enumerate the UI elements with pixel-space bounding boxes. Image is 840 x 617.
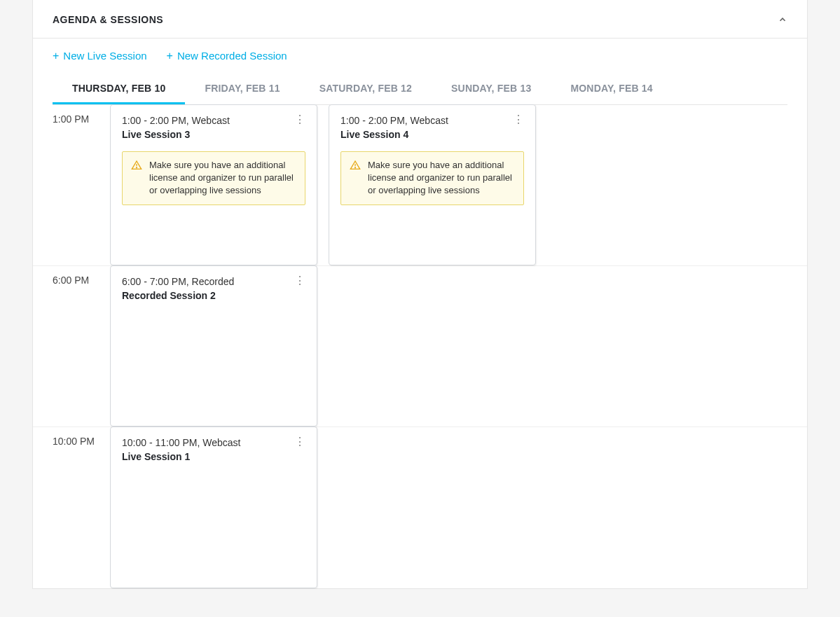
new-recorded-session-label: New Recorded Session xyxy=(177,50,287,62)
session-card[interactable]: ⋮6:00 - 7:00 PM, RecordedRecorded Sessio… xyxy=(110,265,317,427)
time-label: 10:00 PM xyxy=(33,427,110,588)
warning-icon xyxy=(350,160,361,171)
warning-box: Make sure you have an additional license… xyxy=(122,151,305,205)
agenda-panel: AGENDA & SESSIONS + New Live Session + N… xyxy=(32,0,808,589)
session-title: Live Session 1 xyxy=(122,451,305,462)
warning-text: Make sure you have an additional license… xyxy=(149,159,296,197)
time-sessions: ⋮6:00 - 7:00 PM, RecordedRecorded Sessio… xyxy=(110,266,807,427)
panel-title: AGENDA & SESSIONS xyxy=(53,14,163,25)
schedule: 1:00 PM⋮1:00 - 2:00 PM, WebcastLive Sess… xyxy=(33,105,807,588)
tab-date[interactable]: THURSDAY, FEB 10 xyxy=(53,73,185,104)
card-menu-button[interactable]: ⋮ xyxy=(291,276,308,286)
chevron-up-icon xyxy=(778,15,787,25)
tab-date[interactable]: SUNDAY, FEB 13 xyxy=(432,73,551,104)
warning-text: Make sure you have an additional license… xyxy=(368,159,515,197)
card-menu-button[interactable]: ⋮ xyxy=(510,115,527,125)
tab-date[interactable]: FRIDAY, FEB 11 xyxy=(185,73,299,104)
new-live-session-button[interactable]: + New Live Session xyxy=(53,50,147,62)
session-time-label: 1:00 - 2:00 PM, Webcast xyxy=(122,115,305,126)
time-row: 10:00 PM⋮10:00 - 11:00 PM, WebcastLive S… xyxy=(33,427,807,588)
session-title: Live Session 3 xyxy=(122,129,305,140)
time-sessions: ⋮1:00 - 2:00 PM, WebcastLive Session 3Ma… xyxy=(110,105,807,265)
session-card[interactable]: ⋮1:00 - 2:00 PM, WebcastLive Session 4Ma… xyxy=(329,104,536,265)
svg-point-1 xyxy=(136,167,137,168)
session-title: Recorded Session 2 xyxy=(122,290,305,301)
collapse-toggle[interactable] xyxy=(778,15,787,25)
more-vertical-icon: ⋮ xyxy=(513,118,524,122)
more-vertical-icon: ⋮ xyxy=(294,279,305,283)
card-menu-button[interactable]: ⋮ xyxy=(291,437,308,447)
plus-icon: + xyxy=(53,50,59,62)
session-time-label: 1:00 - 2:00 PM, Webcast xyxy=(340,115,524,126)
session-card[interactable]: ⋮10:00 - 11:00 PM, WebcastLive Session 1 xyxy=(110,427,317,588)
session-time-label: 10:00 - 11:00 PM, Webcast xyxy=(122,437,305,448)
session-title: Live Session 4 xyxy=(340,129,524,140)
session-time-label: 6:00 - 7:00 PM, Recorded xyxy=(122,276,305,287)
time-label: 1:00 PM xyxy=(33,105,110,265)
panel-header: AGENDA & SESSIONS xyxy=(33,0,807,39)
tab-date[interactable]: SATURDAY, FEB 12 xyxy=(300,73,432,104)
new-live-session-label: New Live Session xyxy=(63,50,146,62)
more-vertical-icon: ⋮ xyxy=(294,440,305,444)
time-label: 6:00 PM xyxy=(33,266,110,427)
date-tabs: THURSDAY, FEB 10FRIDAY, FEB 11SATURDAY, … xyxy=(53,73,787,105)
time-row: 6:00 PM⋮6:00 - 7:00 PM, RecordedRecorded… xyxy=(33,266,807,427)
warning-box: Make sure you have an additional license… xyxy=(340,151,524,205)
new-recorded-session-button[interactable]: + New Recorded Session xyxy=(167,50,287,62)
session-card[interactable]: ⋮1:00 - 2:00 PM, WebcastLive Session 3Ma… xyxy=(110,104,317,265)
toolbar: + New Live Session + New Recorded Sessio… xyxy=(33,39,807,73)
time-sessions: ⋮10:00 - 11:00 PM, WebcastLive Session 1 xyxy=(110,427,807,588)
time-row: 1:00 PM⋮1:00 - 2:00 PM, WebcastLive Sess… xyxy=(33,105,807,266)
more-vertical-icon: ⋮ xyxy=(294,118,305,122)
svg-point-3 xyxy=(354,167,355,168)
tab-date[interactable]: MONDAY, FEB 14 xyxy=(551,73,672,104)
card-menu-button[interactable]: ⋮ xyxy=(291,115,308,125)
plus-icon: + xyxy=(167,50,173,62)
warning-icon xyxy=(131,160,142,171)
